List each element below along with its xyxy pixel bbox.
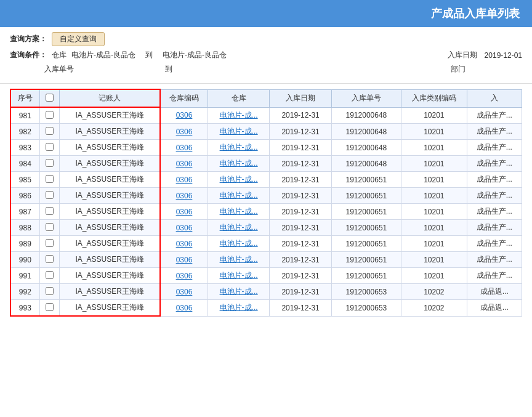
cell-warehouse-link[interactable]: 电池片-成... xyxy=(220,303,258,312)
cell-checkbox[interactable] xyxy=(39,220,60,236)
cell-warehouse-code[interactable]: 0306 xyxy=(160,107,208,124)
cell-type: 成品生产... xyxy=(467,156,522,172)
cell-checkbox[interactable] xyxy=(39,156,60,172)
cell-warehouse-code-link[interactable]: 0306 xyxy=(176,224,193,232)
cell-checkbox[interactable] xyxy=(39,236,60,252)
row-checkbox[interactable] xyxy=(46,271,54,279)
row-checkbox[interactable] xyxy=(46,287,54,295)
cell-warehouse-link[interactable]: 电池片-成... xyxy=(220,223,258,232)
cell-date: 2019-12-31 xyxy=(270,236,332,252)
cell-warehouse-link[interactable]: 电池片-成... xyxy=(220,159,258,168)
cell-seq: 988 xyxy=(10,220,39,236)
cell-date: 2019-12-31 xyxy=(270,172,332,188)
cell-warehouse-link[interactable]: 电池片-成... xyxy=(220,271,258,280)
cell-warehouse-link[interactable]: 电池片-成... xyxy=(220,239,258,248)
cell-warehouse-code-link[interactable]: 0306 xyxy=(176,256,193,264)
page-title: 产成品入库单列表 xyxy=(0,0,532,27)
cell-warehouse-link[interactable]: 电池片-成... xyxy=(220,127,258,136)
custom-query-button[interactable]: 自定义查询 xyxy=(52,32,105,46)
cell-warehouse[interactable]: 电池片-成... xyxy=(208,236,270,252)
cell-warehouse-code[interactable]: 0306 xyxy=(160,236,208,252)
cell-checkbox[interactable] xyxy=(39,140,60,156)
row-checkbox[interactable] xyxy=(46,255,54,263)
cell-warehouse-link[interactable]: 电池片-成... xyxy=(220,175,258,184)
cell-order: 1912000648 xyxy=(331,124,401,140)
cell-seq: 981 xyxy=(10,107,39,124)
cell-checkbox[interactable] xyxy=(39,172,60,188)
cell-warehouse-code-link[interactable]: 0306 xyxy=(176,160,193,168)
cell-warehouse-code-link[interactable]: 0306 xyxy=(176,304,193,312)
cell-warehouse[interactable]: 电池片-成... xyxy=(208,107,270,124)
cell-warehouse-code-link[interactable]: 0306 xyxy=(176,288,193,296)
cell-checkbox[interactable] xyxy=(39,300,60,317)
cell-checkbox[interactable] xyxy=(39,268,60,284)
cell-warehouse-code[interactable]: 0306 xyxy=(160,268,208,284)
cell-seq: 983 xyxy=(10,140,39,156)
cell-warehouse-link[interactable]: 电池片-成... xyxy=(220,287,258,296)
cell-warehouse-link[interactable]: 电池片-成... xyxy=(220,191,258,200)
cell-warehouse-code-link[interactable]: 0306 xyxy=(176,128,193,136)
cell-type: 成品生产... xyxy=(467,220,522,236)
conditions-label: 查询条件： xyxy=(10,50,47,60)
cell-warehouse-code[interactable]: 0306 xyxy=(160,300,208,317)
cell-checkbox[interactable] xyxy=(39,188,60,204)
cell-warehouse[interactable]: 电池片-成... xyxy=(208,172,270,188)
cell-warehouse-code[interactable]: 0306 xyxy=(160,284,208,300)
warehouse-from-value: 电池片-成品-良品仓 xyxy=(71,50,135,60)
cell-checkbox[interactable] xyxy=(39,284,60,300)
data-table: 序号 记账人 仓库编码 仓库 入库日期 入库单号 入库类别编码 入 981IA_… xyxy=(10,89,522,317)
row-checkbox[interactable] xyxy=(46,207,54,215)
row-checkbox[interactable] xyxy=(46,159,54,167)
cell-warehouse[interactable]: 电池片-成... xyxy=(208,156,270,172)
cell-warehouse-link[interactable]: 电池片-成... xyxy=(220,143,258,152)
cell-checkbox[interactable] xyxy=(39,124,60,140)
cell-checkbox[interactable] xyxy=(39,204,60,220)
cell-order: 1912000648 xyxy=(331,140,401,156)
cell-warehouse-code-link[interactable]: 0306 xyxy=(176,111,193,119)
cell-warehouse[interactable]: 电池片-成... xyxy=(208,268,270,284)
cell-checkbox[interactable] xyxy=(39,107,60,124)
cell-warehouse-code[interactable]: 0306 xyxy=(160,204,208,220)
cell-warehouse[interactable]: 电池片-成... xyxy=(208,220,270,236)
row-checkbox[interactable] xyxy=(46,175,54,183)
cell-warehouse-code-link[interactable]: 0306 xyxy=(176,208,193,216)
cell-warehouse-code-link[interactable]: 0306 xyxy=(176,176,193,184)
cell-warehouse-code[interactable]: 0306 xyxy=(160,156,208,172)
cell-warehouse[interactable]: 电池片-成... xyxy=(208,300,270,317)
row-checkbox[interactable] xyxy=(46,223,54,231)
row-checkbox[interactable] xyxy=(46,127,54,135)
select-all-checkbox[interactable] xyxy=(46,94,54,102)
cell-warehouse[interactable]: 电池片-成... xyxy=(208,284,270,300)
cell-warehouse[interactable]: 电池片-成... xyxy=(208,188,270,204)
cell-warehouse-code[interactable]: 0306 xyxy=(160,124,208,140)
cell-warehouse[interactable]: 电池片-成... xyxy=(208,140,270,156)
cell-warehouse-code-link[interactable]: 0306 xyxy=(176,240,193,248)
cell-warehouse[interactable]: 电池片-成... xyxy=(208,124,270,140)
row-checkbox[interactable] xyxy=(46,191,54,199)
col-header-checkbox[interactable] xyxy=(39,89,60,107)
cell-warehouse-code-link[interactable]: 0306 xyxy=(176,144,193,152)
cell-warehouse-code[interactable]: 0306 xyxy=(160,188,208,204)
cell-warehouse-link[interactable]: 电池片-成... xyxy=(220,255,258,264)
cell-warehouse-code[interactable]: 0306 xyxy=(160,220,208,236)
cell-recorder: IA_ASSUSER王海峰 xyxy=(60,204,160,220)
table-header-row: 序号 记账人 仓库编码 仓库 入库日期 入库单号 入库类别编码 入 xyxy=(10,89,522,107)
cell-warehouse-code[interactable]: 0306 xyxy=(160,172,208,188)
row-checkbox[interactable] xyxy=(46,143,54,151)
cell-warehouse-link[interactable]: 电池片-成... xyxy=(220,207,258,216)
cell-warehouse-code-link[interactable]: 0306 xyxy=(176,272,193,280)
cell-warehouse-code[interactable]: 0306 xyxy=(160,252,208,268)
row-checkbox[interactable] xyxy=(46,303,54,311)
cell-warehouse[interactable]: 电池片-成... xyxy=(208,204,270,220)
cell-type: 成品生产... xyxy=(467,140,522,156)
cell-warehouse-link[interactable]: 电池片-成... xyxy=(220,111,258,119)
cell-warehouse-code[interactable]: 0306 xyxy=(160,140,208,156)
cell-warehouse-code-link[interactable]: 0306 xyxy=(176,192,193,200)
row-checkbox[interactable] xyxy=(46,239,54,247)
col-header-warehouse: 仓库 xyxy=(208,89,270,107)
cell-checkbox[interactable] xyxy=(39,252,60,268)
row-checkbox[interactable] xyxy=(46,111,54,119)
table-row: 981IA_ASSUSER王海峰0306电池片-成...2019-12-3119… xyxy=(10,107,522,124)
cell-seq: 986 xyxy=(10,188,39,204)
cell-warehouse[interactable]: 电池片-成... xyxy=(208,252,270,268)
